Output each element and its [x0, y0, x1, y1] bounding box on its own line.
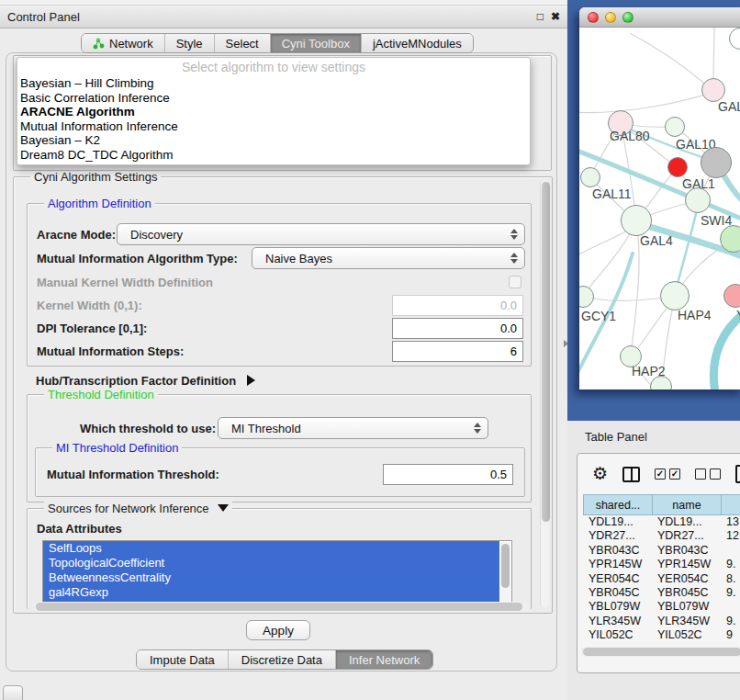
attributes-scrollbar[interactable] — [500, 542, 510, 604]
which-threshold-combo[interactable]: MI Threshold — [218, 417, 488, 439]
table-cell: YIL052C — [583, 628, 652, 642]
close-traffic-light-icon[interactable] — [588, 12, 599, 23]
which-threshold-value: MI Threshold — [231, 422, 301, 435]
table-row[interactable]: YBR043CYBR043C — [583, 544, 740, 558]
tab-cyni-toolbox[interactable]: Cyni Toolbox — [271, 34, 362, 52]
tab-jactivemnodules[interactable]: jActiveMNodules — [362, 34, 473, 52]
table-row[interactable]: YIL052CYIL052C9 — [583, 628, 740, 642]
column-header-a[interactable]: A — [721, 494, 740, 515]
gear-icon[interactable]: ⚙ — [592, 466, 608, 482]
mi-type-combo[interactable]: Naive Bayes — [252, 247, 525, 269]
settings-hscrollbar-thumb[interactable] — [36, 603, 522, 611]
table-cell: YER054C — [652, 572, 721, 586]
algorithm-placeholder: Select algorithm to view settings — [17, 58, 530, 76]
tab-label: Cyni Toolbox — [282, 37, 350, 51]
deselect-all-columns-icon[interactable] — [695, 469, 721, 480]
node-unlabeled[interactable] — [701, 147, 732, 178]
sources-group: Sources for Network Inference Data Attri… — [27, 508, 532, 609]
aracne-mode-combo[interactable]: Discovery — [117, 223, 525, 245]
network-canvas[interactable]: GALGAL80GAL10GAL1GAL11GAL4SWI4GCY1HAP4YH… — [579, 28, 740, 390]
algorithm-definition-title: Algorithm Definition — [44, 197, 155, 210]
algorithm-dropdown-popup: Select algorithm to view settings Bayesi… — [17, 57, 531, 165]
table-hscrollbar[interactable] — [581, 647, 740, 657]
node-gal11[interactable] — [580, 167, 600, 187]
sources-group-title[interactable]: Sources for Network Inference — [44, 502, 232, 515]
node-label-gcy1: GCY1 — [581, 309, 616, 323]
mi-steps-field[interactable]: 6 — [392, 341, 523, 362]
network-window-titlebar[interactable] — [579, 7, 740, 28]
table-cell: YDL19... — [652, 515, 721, 529]
table-cell: YER054C — [583, 572, 652, 586]
table-row[interactable]: YLR345WYLR345W9. — [583, 615, 740, 628]
tab-network[interactable]: Network — [82, 34, 165, 52]
close-window-icon[interactable]: ✖ — [551, 10, 560, 23]
combo-spinner-icon — [510, 253, 518, 264]
algorithm-item-mutual-information-inference[interactable]: Mutual Information Inference — [17, 119, 530, 134]
algorithm-item-aracne-algorithm[interactable]: ARACNE Algorithm — [17, 105, 530, 119]
collapse-arrow-icon — [247, 375, 255, 386]
settings-hscrollbar[interactable] — [34, 602, 530, 612]
table-row[interactable]: YPR145WYPR145W9. — [583, 558, 740, 571]
attributes-scrollbar-thumb[interactable] — [501, 544, 510, 588]
float-window-icon[interactable]: □ — [537, 10, 544, 23]
node-hap4[interactable] — [660, 281, 690, 310]
bottom-tab-impute-data[interactable]: Impute Data — [137, 650, 229, 669]
attribute-item-selfloops[interactable]: SelfLoops — [43, 541, 499, 556]
node-table: shared...nameA YDL19...YDL19...13YDR27..… — [583, 494, 740, 643]
attribute-item-gal4rgexp[interactable]: gal4RGexp — [43, 585, 499, 600]
settings-scrollbar[interactable] — [540, 180, 549, 608]
bottom-tab-infer-network[interactable]: Infer Network — [336, 650, 432, 669]
table-panel-box: ⚙ ✓ ✓ shared...nameA YDL19...YDL19...13Y… — [577, 453, 740, 673]
table-cell: YBR043C — [583, 544, 652, 558]
zoom-traffic-light-icon[interactable] — [622, 12, 633, 23]
tab-select[interactable]: Select — [215, 34, 271, 52]
node-label-gal80: GAL80 — [610, 129, 650, 143]
kernel-width-field[interactable]: 0.0 — [392, 295, 523, 316]
algorithm-item-bayesian-hill-climbing[interactable]: Bayesian – Hill Climbing — [17, 76, 530, 91]
table-row[interactable]: YDR27...YDR27...12 — [583, 529, 740, 543]
split-view-icon[interactable] — [622, 467, 640, 482]
table-row[interactable]: YER054CYER054C8. — [583, 572, 740, 586]
select-all-columns-icon[interactable]: ✓ ✓ — [655, 469, 680, 480]
tab-style[interactable]: Style — [165, 34, 215, 52]
algorithm-item-dream8-dc-tdc-algorithm[interactable]: Dream8 DC_TDC Algorithm — [17, 148, 530, 163]
unchecked-box-icon — [695, 469, 706, 480]
hub-definition-label: Hub/Transcription Factor Definition — [36, 374, 236, 388]
minimized-panel-icon[interactable] — [3, 685, 23, 700]
mi-threshold-label: Mutual Information Threshold: — [47, 468, 219, 481]
which-threshold-label: Which threshold to use: — [80, 422, 216, 435]
algorithm-item-basic-correlation-inference[interactable]: Basic Correlation Inference — [17, 91, 530, 106]
column-header-shared-[interactable]: shared... — [583, 494, 652, 515]
settings-scrollbar-thumb[interactable] — [542, 182, 550, 522]
node-unlabeled[interactable] — [667, 157, 688, 177]
tab-label: Select — [226, 37, 259, 51]
table-row[interactable]: YDL19...YDL19...13 — [583, 515, 740, 529]
bottom-tab-discretize-data[interactable]: Discretize Data — [229, 650, 336, 669]
table-cell: YPR145W — [652, 558, 721, 571]
minimize-traffic-light-icon[interactable] — [605, 12, 616, 23]
table-row[interactable]: YBR045CYBR045C9. — [583, 586, 740, 600]
attribute-item-topologicalcoefficient[interactable]: TopologicalCoefficient — [43, 556, 499, 570]
table-row[interactable]: YBL079WYBL079W — [583, 600, 740, 614]
dpi-tolerance-label: DPI Tolerance [0,1]: — [37, 322, 147, 335]
node-gal1[interactable] — [685, 187, 711, 213]
export-table-icon[interactable] — [735, 465, 740, 483]
hub-definition-toggle[interactable]: Hub/Transcription Factor Definition — [36, 374, 255, 388]
table-cell: YBL079W — [583, 600, 652, 614]
attribute-item-betweennesscentrality[interactable]: BetweennessCentrality — [43, 570, 499, 585]
data-attributes-list[interactable]: SelfLoopsTopologicalCoefficientBetweenne… — [42, 540, 512, 605]
table-cell: 8. — [721, 572, 740, 586]
dpi-tolerance-field[interactable]: 0.0 — [392, 318, 523, 339]
algorithm-item-bayesian-k2[interactable]: Bayesian – K2 — [17, 133, 530, 148]
node-swi4[interactable] — [720, 225, 740, 253]
table-cell: YDR27... — [652, 529, 721, 543]
manual-kernel-checkbox[interactable] — [509, 276, 521, 288]
mi-threshold-group-title: MI Threshold Definition — [52, 441, 182, 455]
node-gal10[interactable] — [665, 117, 685, 137]
data-attributes-label: Data Attributes — [37, 522, 122, 536]
apply-button[interactable]: Apply — [246, 620, 310, 640]
table-hscrollbar-thumb[interactable] — [583, 648, 740, 656]
node-gal4[interactable] — [621, 205, 652, 236]
column-header-name[interactable]: name — [652, 494, 721, 515]
mi-threshold-field[interactable]: 0.5 — [383, 464, 513, 485]
